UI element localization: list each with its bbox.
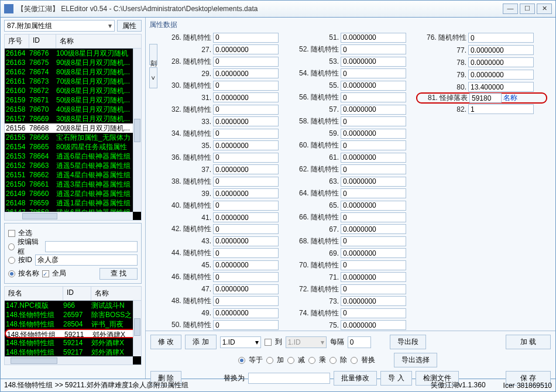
export-sel-button[interactable]: 导出选择 [394,353,437,367]
prop-input-61[interactable] [341,153,406,163]
prop-input-51[interactable] [341,33,406,43]
op-plus-radio[interactable] [266,357,273,364]
attr-button[interactable]: 属性 [117,20,142,32]
grid2-row[interactable]: 148.怪物特性组26597除害BOSS之 [5,310,141,319]
grid1-row[interactable]: 2615578666宝石附加属性_无限体力 [5,133,141,142]
prop-input-56[interactable] [341,92,406,102]
id-combo[interactable]: 1.ID▾ [220,336,261,348]
grid1-row[interactable]: 2615078661逍遥3星白银神器属性组 [5,180,141,189]
grid1-row[interactable]: 2615278663逍遥5星白银神器属性组 [5,161,141,170]
edit-filter-input[interactable] [45,241,138,252]
grid1-row[interactable]: 261617867370级8星日月双刃随机... [5,77,141,86]
grid2-row[interactable]: 148.怪物特性组28504评书_雨夜 [5,319,141,329]
grid1-row[interactable]: 2614878659逍遥1星白银神器属性组 [5,198,141,208]
prop-input-52[interactable] [341,44,406,54]
to-combo[interactable]: 1.ID▾ [286,336,327,348]
grid1-row[interactable]: 2616478676100级8星日月双刃随机 [5,49,141,58]
prop-input-57[interactable] [341,105,406,115]
prop-input-43[interactable] [213,236,279,246]
prop-input-79[interactable] [468,70,534,80]
interval-input[interactable]: 0 [348,336,371,348]
prop-input-42[interactable] [213,224,279,234]
grid1-vscroll[interactable] [133,49,141,212]
prop-input-50[interactable] [213,320,279,330]
grid1-row[interactable]: 261587867040级8星日月双刃随机... [5,105,141,114]
prop-input-37[interactable] [213,164,279,174]
select-all-check[interactable] [8,230,15,237]
grid1-row[interactable]: 2615378664逍遥6星白银神器属性组 [5,152,141,161]
op-mult-radio[interactable] [308,357,315,364]
prop-input-47[interactable] [213,284,279,294]
replace-to-input[interactable] [248,373,330,384]
prop-input-73[interactable] [341,296,406,306]
prop-input-53[interactable] [341,57,406,67]
prop-input-29[interactable] [213,68,279,78]
op-replace-radio[interactable] [351,357,358,364]
id-filter-input[interactable] [35,255,138,266]
prop-input-49[interactable] [213,308,279,318]
grid1-hscroll[interactable] [5,212,133,220]
prop-input-48[interactable] [213,296,279,306]
grid1-row[interactable]: 261627867480级8星日月双刃随机... [5,67,141,77]
grid1-row[interactable]: 261597867150级8星日月双刃随机... [5,95,141,105]
prop-input-80[interactable] [468,82,534,92]
prop-input-78[interactable] [468,57,534,67]
prop-input-76[interactable] [468,33,534,43]
prop-input-35[interactable] [213,140,279,150]
prop-input-82[interactable] [468,104,534,114]
by-name-radio[interactable] [8,270,15,277]
grid2-row[interactable]: 148.怪物特性组59214郊外酒肆X [5,338,141,348]
prop-input-71[interactable] [341,272,406,282]
prop-input-46[interactable] [213,272,279,282]
prop-input-62[interactable] [341,164,406,174]
prop-input-39[interactable] [213,188,279,198]
export-seg-button[interactable]: 导出段 [390,335,426,349]
prop-input-45[interactable] [213,260,279,270]
prop-input-38[interactable] [213,177,279,187]
op-equal-radio[interactable] [238,357,245,364]
prop-input-59[interactable] [341,129,406,139]
modify-button[interactable]: 修 改 [150,335,181,349]
prop-input-31[interactable] [213,92,279,102]
grid2-vscroll[interactable] [133,301,141,356]
prop-input-44[interactable] [213,248,279,258]
global-check[interactable] [42,270,49,277]
op-minus-radio[interactable] [287,357,294,364]
grid1[interactable]: 2616478676100级8星日月双刃随机261637867590级8星日月双… [4,49,142,221]
search-button[interactable]: 查 找 [99,268,138,280]
prop-input-41[interactable] [213,212,279,222]
prop-input-69[interactable] [341,248,406,258]
grid1-row[interactable]: 261607867260级8星日月双刃随机... [5,86,141,95]
prop-input-34[interactable] [213,129,279,139]
prop-input-64[interactable] [341,188,406,198]
import-button[interactable]: 导 入 [380,371,411,386]
prop-input-30[interactable] [213,81,279,91]
prop-input-77[interactable] [468,45,534,55]
grid2-row[interactable]: 148.怪物特性组59217郊外酒肆X [5,348,141,357]
prop-input-60[interactable] [341,140,406,150]
grid1-row[interactable]: 261567866820级8星日月双刃随机... [5,123,141,133]
prop-input-36[interactable] [213,153,279,163]
prop-input-65[interactable] [341,201,406,211]
add-button[interactable]: 添 加 [185,335,216,349]
prop-input-40[interactable] [213,201,279,211]
to-check[interactable] [265,339,272,346]
grid1-row[interactable]: 261637867590级8星日月双刃随机... [5,58,141,67]
by-edit-radio[interactable] [8,243,15,250]
load-button[interactable]: 加 载 [506,335,551,349]
grid2[interactable]: 147.NPC模版966测试战斗N148.怪物特性组26597除害BOSS之14… [4,301,142,365]
prop-input-72[interactable] [341,284,406,294]
prop-input-75[interactable] [341,320,406,330]
prop-input-33[interactable] [213,116,279,126]
prop-input-26[interactable] [213,33,279,43]
prop-input-28[interactable] [213,57,279,67]
category-combo[interactable]: 87.附加属性组 [4,20,115,32]
side-btn-2[interactable]: > [149,67,157,88]
grid1-row[interactable]: 2614978660逍遥2星白银神器属性组 [5,189,141,198]
op-div-radio[interactable] [330,357,337,364]
prop-input-70[interactable] [341,260,406,270]
prop-input-66[interactable] [341,212,406,222]
prop-input-58[interactable] [341,116,406,126]
grid1-row[interactable]: 261547866580级四星任务戒指属性 [5,142,141,152]
batch-button[interactable]: 批量修改 [334,371,377,386]
